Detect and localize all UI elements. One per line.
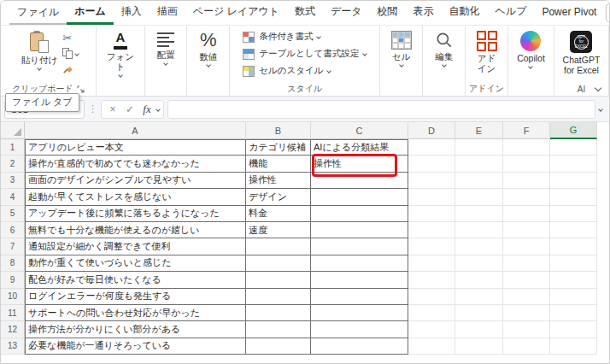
row-header-8[interactable]: 8 [1,255,25,272]
chatgpt-button[interactable]: GPT for EXCEL ChatGPT for Excel [557,27,606,76]
cell-F11[interactable] [503,305,550,321]
comments-button[interactable]: コメント [606,3,610,22]
cell-A10[interactable]: ログインエラーが何度も発生する [25,289,246,305]
tab-page-layout[interactable]: ページ レイアウト [185,1,287,25]
column-header-G[interactable]: G [550,122,597,139]
cell-A5[interactable]: アップデート後に頻繁に落ちるようになった [25,206,246,222]
editing-button[interactable]: 編集 [425,27,463,68]
row-header-9[interactable]: 9 [1,272,25,288]
cell-D3[interactable] [408,173,455,189]
cell-E2[interactable] [455,156,503,172]
tab-formulas[interactable]: 数式 [287,1,323,25]
cell-D9[interactable] [408,272,455,288]
cell-C8[interactable] [311,255,408,272]
dialog-launcher-icon[interactable] [77,85,85,93]
format-painter-button[interactable] [62,62,79,75]
conditional-formatting-button[interactable]: 条件付き書式 [243,30,367,44]
tab-data[interactable]: データ [323,1,370,25]
cell-E5[interactable] [455,206,503,222]
tab-view[interactable]: 表示 [406,1,442,25]
alignment-button[interactable]: 配置 [147,27,185,66]
cell-F12[interactable] [503,321,550,338]
row-header-5[interactable]: 5 [1,206,25,222]
cell-A8[interactable]: 動作が重くて使いづらいと感じた [25,255,246,272]
tab-home[interactable]: ホーム [67,1,114,25]
cell-G6[interactable] [550,222,597,238]
cell-A1[interactable]: アプリのレビュー本文 [25,139,246,156]
cell-C13[interactable] [311,338,408,355]
cell-C6[interactable] [311,222,408,238]
cell-C5[interactable] [311,206,408,222]
paste-button[interactable]: 貼り付け [18,27,62,71]
cell-A2[interactable]: 操作が直感的で初めてでも迷わなかった [25,156,246,172]
cell-B12[interactable] [246,321,311,338]
cell-G4[interactable] [550,189,597,205]
copilot-button[interactable]: Copilot [512,27,549,69]
cell-E10[interactable] [455,289,503,305]
cell-C11[interactable] [311,305,408,321]
row-header-4[interactable]: 4 [1,189,25,205]
cell-C2[interactable]: 操作性 [311,156,408,172]
cell-F7[interactable] [503,238,550,255]
cell-B6[interactable]: 速度 [246,222,311,238]
column-header-A[interactable]: A [25,122,246,139]
cell-B3[interactable]: 操作性 [246,173,311,189]
cell-F13[interactable] [503,338,550,355]
cancel-button[interactable]: × [105,102,120,117]
cell-G5[interactable] [550,206,597,222]
cell-B1[interactable]: カテゴリ候補 [246,139,311,156]
cell-G10[interactable] [550,289,597,305]
copy-button[interactable] [62,47,79,60]
cell-F8[interactable] [503,255,550,272]
row-header-11[interactable]: 11 [1,305,25,321]
select-all-button[interactable] [1,122,25,139]
cell-G13[interactable] [550,338,597,355]
cell-A13[interactable]: 必要な機能が一通りそろっている [25,338,246,355]
cell-E6[interactable] [455,222,503,238]
tab-insert[interactable]: 挿入 [114,1,150,25]
row-header-13[interactable]: 13 [1,338,25,355]
font-button[interactable]: A フォント [99,27,142,78]
tab-help[interactable]: ヘルプ [488,1,535,25]
cell-G1[interactable] [550,139,597,156]
cell-G3[interactable] [550,173,597,189]
cells-button[interactable]: セル [383,27,420,68]
cell-G7[interactable] [550,238,597,255]
insert-function-button[interactable]: fx [139,102,155,117]
cell-G8[interactable] [550,255,597,272]
cell-C7[interactable] [311,238,408,255]
cell-C4[interactable] [311,189,408,205]
cell-E8[interactable] [455,255,503,272]
cell-G12[interactable] [550,321,597,338]
cell-A12[interactable]: 操作方法が分かりにくい部分がある [25,321,246,338]
cell-B11[interactable] [246,305,311,321]
cell-E13[interactable] [455,338,503,355]
cell-E7[interactable] [455,238,503,255]
formula-input[interactable] [167,100,595,119]
cell-F4[interactable] [503,189,550,205]
cell-C1[interactable]: AIによる分類結果 [311,139,408,156]
tab-power-pivot[interactable]: Power Pivot [534,1,604,25]
cell-E3[interactable] [455,173,503,189]
format-as-table-button[interactable]: テーブルとして書式設定 [243,47,367,61]
cell-E12[interactable] [455,321,503,338]
cell-D10[interactable] [408,289,455,305]
cell-B2[interactable]: 機能 [246,156,311,172]
cell-E4[interactable] [455,189,503,205]
cell-B13[interactable] [246,338,311,355]
row-header-2[interactable]: 2 [1,156,25,172]
enter-button[interactable]: ✓ [122,102,138,117]
cell-F10[interactable] [503,289,550,305]
cell-G9[interactable] [550,272,597,288]
cell-D11[interactable] [408,305,455,321]
cell-F3[interactable] [503,173,550,189]
column-header-D[interactable]: D [408,122,455,139]
cell-F9[interactable] [503,272,550,288]
cell-F2[interactable] [503,156,550,172]
cell-E11[interactable] [455,305,503,321]
cell-G2[interactable] [550,156,597,172]
row-header-1[interactable]: 1 [1,139,25,156]
cell-C12[interactable] [311,321,408,338]
row-header-3[interactable]: 3 [1,173,25,189]
cell-D12[interactable] [408,321,455,338]
